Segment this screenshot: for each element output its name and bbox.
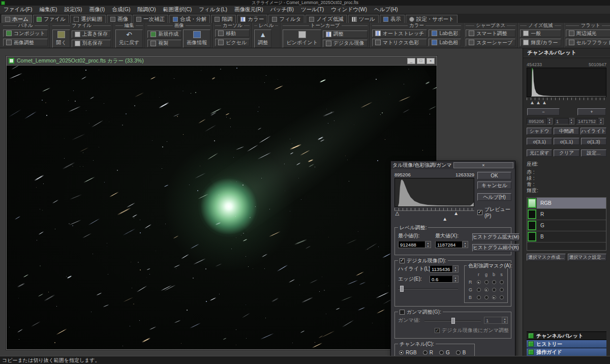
palette-shadow-input[interactable]: 895206 [527, 118, 547, 125]
channel-thumbnail-rgb[interactable] [528, 198, 536, 208]
gamma-after-develop-checkbox[interactable]: ✓ [435, 328, 440, 333]
channel-radio-b[interactable] [456, 350, 461, 355]
menu-restore[interactable]: 画像復元(R) [231, 6, 267, 14]
panel-tab-channel-palette[interactable]: チャンネルパレット [527, 331, 606, 340]
mask-radio-G-s[interactable] [500, 288, 504, 292]
save-button[interactable]: 上書き保存 [72, 31, 111, 38]
channel-radio-r[interactable] [423, 350, 428, 355]
tab-view[interactable]: 表示 [380, 15, 405, 23]
min-value-spinner[interactable]: ▴▾ [425, 241, 431, 248]
undo-button[interactable]: ↶元に戻す [115, 29, 143, 48]
palette-highlight-input[interactable]: 1471752 [576, 118, 598, 125]
channel-row-b[interactable]: B [527, 231, 606, 242]
menu-image[interactable]: 画像(I) [85, 6, 108, 14]
noise-luminance-button[interactable]: 輝度/カラー [520, 39, 561, 46]
midtone-slider-handle[interactable]: ▲ [442, 216, 447, 222]
vignetting-button[interactable]: 周辺減光 [566, 29, 610, 37]
save-as-button[interactable]: 別名保存 [72, 40, 111, 47]
set-selection-mask-button[interactable]: 選択マスク設定... [568, 254, 607, 261]
mask-radio-B-b[interactable] [492, 295, 496, 299]
level-adjust-button[interactable]: ▲調整 [254, 29, 271, 48]
channel-thumbnail-b[interactable] [528, 232, 536, 241]
minimize-button[interactable]: _ [407, 58, 415, 64]
matrix-color-button[interactable]: マトリクス色彩 [372, 39, 428, 46]
self-flat-button[interactable]: セルフフラット [566, 39, 610, 46]
panel-tab-guide[interactable]: 操作ガイド [527, 348, 606, 356]
panel-tab-history[interactable]: ヒストリー [527, 340, 606, 348]
pixel-cursor-button[interactable]: ピクセル [215, 39, 250, 46]
shadow-slider-handle[interactable]: △ [395, 210, 400, 216]
min-value-input[interactable]: 912488 [398, 241, 425, 248]
tab-settings-support[interactable]: 設定・サポート [406, 15, 458, 23]
sigma-1-3-button[interactable]: σ(1,3) [581, 138, 606, 145]
dialog-close-button[interactable]: × [453, 162, 513, 168]
tab-home[interactable]: ホーム [2, 15, 32, 23]
settings-button[interactable]: 設定... [581, 149, 606, 157]
create-selection-mask-button[interactable]: 選択マスク作成... [527, 254, 566, 261]
gamma-slider-handle[interactable] [451, 318, 455, 324]
histogram-expand-button[interactable]: ヒストグラム拡大(M) [472, 233, 520, 241]
dialog-titlebar[interactable]: タル現像/色彩強調/ガンマ調整 [ Comet_Lemmon_2025Oct02… [391, 161, 515, 169]
menu-help[interactable]: ヘルプ(H) [371, 6, 402, 14]
palette-midtone-handle[interactable]: ▲ [536, 100, 541, 105]
pinpoint-button[interactable]: ピンポイント [283, 29, 321, 48]
edge-slider[interactable] [398, 286, 458, 292]
palette-midtone-input[interactable]: 1 [554, 118, 569, 125]
mask-radio-G-b[interactable] [492, 288, 496, 292]
mask-radio-G-g[interactable] [484, 288, 489, 292]
sigma-1-1-button[interactable]: σ(1,1) [554, 138, 579, 145]
menu-filter[interactable]: フィルタ(L) [195, 6, 231, 14]
menu-composite[interactable]: 合成(G) [108, 6, 134, 14]
gamma-value-input[interactable]: 1 [484, 317, 502, 324]
menu-selection[interactable]: 範囲選択(C) [160, 6, 196, 14]
tab-gradation[interactable]: 階調 [211, 15, 236, 23]
palette-highlight-handle[interactable]: ▲ [542, 100, 547, 105]
channel-thumbnail-r[interactable] [528, 209, 536, 219]
channel-radio-rgb[interactable] [399, 350, 404, 355]
mask-radio-R-b[interactable] [492, 280, 496, 284]
menu-batch[interactable]: バッチ(B) [267, 6, 297, 14]
tab-filter[interactable]: フィルタ [268, 15, 304, 23]
mask-radio-R-s[interactable] [500, 280, 504, 284]
range-plus-button[interactable]: + [577, 108, 606, 115]
menu-edit[interactable]: 編集(E) [36, 6, 60, 14]
tab-image[interactable]: 画像 [107, 15, 132, 23]
channel-thumbnail-g[interactable] [528, 221, 536, 230]
mask-radio-G-r[interactable] [477, 288, 481, 292]
tab-file[interactable]: ファイル [33, 15, 69, 23]
clear-button[interactable]: クリア [554, 149, 579, 157]
ok-button[interactable]: OK [477, 172, 511, 179]
channel-row-r[interactable]: R [527, 209, 606, 220]
menu-file[interactable]: ファイル(F) [0, 6, 36, 14]
palette-highlight-spinner[interactable]: ▴▾ [598, 118, 604, 125]
move-cursor-button[interactable]: 移動 [215, 29, 250, 37]
menu-window[interactable]: ウィンドウ(W) [327, 6, 371, 14]
tab-correction[interactable]: 一次補正 [133, 15, 168, 23]
histogram-shrink-button[interactable]: ヒストグラム縮小(R) [472, 244, 520, 252]
highlight-spinner[interactable]: ▴▾ [453, 265, 459, 272]
palette-shadow-handle[interactable]: ▲ [530, 100, 535, 105]
digital-develop-button[interactable]: デジタル現像 [323, 40, 368, 47]
duplicate-button[interactable]: 複製 [147, 40, 181, 47]
tab-color[interactable]: カラー [237, 15, 267, 23]
channel-row-g[interactable]: G [527, 220, 606, 231]
comet-image[interactable] [7, 66, 437, 349]
mask-radio-R-g[interactable] [484, 280, 489, 284]
shadow-button[interactable]: シャドウ [527, 128, 552, 135]
new-image-button[interactable]: 新規作成 [147, 31, 181, 38]
gamma-value-spinner[interactable]: ▴▾ [502, 317, 508, 324]
lab-color-button[interactable]: Lab色彩 [429, 29, 461, 37]
image-window-titlebar[interactable]: Comet_Lemmon_2025Oct02_proc.fts カラー (33.… [7, 56, 437, 66]
menu-settings[interactable]: 設定(S) [60, 6, 85, 14]
close-button[interactable]: × [426, 58, 435, 64]
palette-shadow-spinner[interactable]: ▴▾ [547, 118, 553, 125]
lab-hue-button[interactable]: Lab色相 [429, 39, 461, 46]
open-button[interactable]: 開く [52, 29, 70, 48]
mask-radio-R-r[interactable] [477, 280, 481, 284]
highlight-input[interactable]: 1135436 [430, 265, 453, 272]
mask-radio-B-r[interactable] [477, 295, 481, 299]
tonecurve-adjust-button[interactable]: 調整 [323, 31, 368, 38]
edge-spinner[interactable]: ▴▾ [453, 276, 459, 283]
tab-compose[interactable]: 合成・分解 [169, 15, 210, 23]
menu-tools[interactable]: ツール(T) [297, 6, 327, 14]
